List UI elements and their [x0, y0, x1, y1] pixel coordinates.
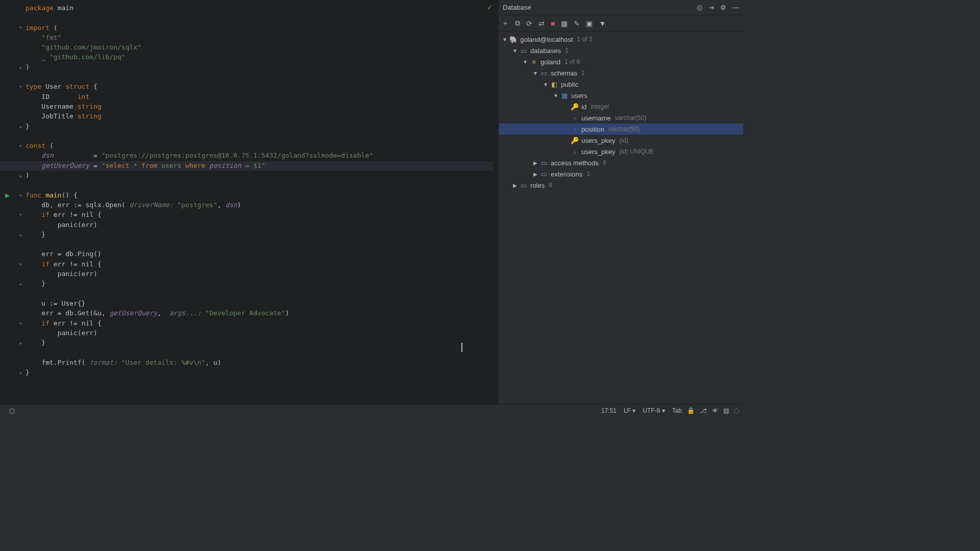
sync-icon[interactable]: ⇄: [538, 19, 545, 28]
status-line-sep[interactable]: LF ▾: [624, 407, 635, 414]
tree-access-methods[interactable]: ▶ ▭ access methods 6: [499, 157, 743, 168]
fold-icon[interactable]: ▴: [19, 338, 22, 348]
inspection-ok-icon: ✓: [487, 3, 493, 11]
tree-roles[interactable]: ▶ ▭ roles 9: [499, 180, 743, 191]
console-icon[interactable]: ▣: [586, 19, 593, 28]
duplicate-icon[interactable]: ⧉: [515, 19, 520, 28]
fold-icon[interactable]: ▴: [19, 230, 22, 240]
run-gutter-icon[interactable]: ▶: [5, 192, 10, 199]
collapse-icon[interactable]: ▶: [511, 183, 519, 188]
expand-icon[interactable]: ▼: [511, 48, 519, 54]
tree-column-position[interactable]: ▫ position varchar(50): [499, 123, 743, 135]
panel-title: Database: [503, 4, 691, 11]
database-panel-header: Database ◎ ⇥ ⚙ —: [499, 0, 743, 15]
text-cursor: [461, 343, 462, 352]
fold-icon[interactable]: ▾: [19, 260, 22, 269]
expand-icon[interactable]: ▼: [501, 37, 509, 42]
tree-index[interactable]: ⫰ users_pkey (id) UNIQUE: [499, 146, 743, 157]
status-bar: ▢ 17:51 LF ▾ UTF-8 ▾ Tab 🔒 ⎇ 👁 ▤ ◌: [0, 404, 743, 416]
fold-icon[interactable]: ▾: [19, 82, 22, 92]
postgres-icon: 🐘: [509, 36, 518, 43]
schema-icon: ◧: [550, 81, 559, 88]
tree-db-goland[interactable]: ▼ ≡ goland 1 of 6: [499, 56, 743, 67]
status-time[interactable]: 17:51: [601, 407, 617, 414]
filter-icon[interactable]: ▼: [599, 19, 606, 28]
fold-icon[interactable]: ▴: [19, 171, 22, 181]
inspection-icon[interactable]: 👁: [712, 407, 718, 414]
table-view-icon[interactable]: ▦: [561, 19, 568, 28]
fold-icon[interactable]: ▾: [19, 210, 22, 220]
database-tool-window: Database ◎ ⇥ ⚙ — ＋ ⧉ ⟳ ⇄ ■ ▦ ✎ ▣ ▼ ▼ 🐘 g…: [498, 0, 743, 404]
hide-icon[interactable]: —: [732, 4, 739, 11]
status-encoding[interactable]: UTF-8 ▾: [643, 407, 665, 414]
code-editor[interactable]: ✓ ▶ ▾ ▴ ▾ ▴ ▾ ▴ ▾ ▾ ▴ ▾ ▴ ▾ ▴ ▴ package …: [0, 0, 498, 404]
git-icon[interactable]: ⎇: [700, 407, 707, 414]
index-icon: ⫰: [570, 148, 579, 156]
collapse-icon[interactable]: ▶: [531, 160, 540, 166]
folder-icon: ▭: [540, 69, 549, 77]
locate-icon[interactable]: ◎: [697, 4, 702, 11]
tree-schema-public[interactable]: ▼ ◧ public: [499, 79, 743, 90]
tool-windows-icon[interactable]: ▢: [9, 407, 15, 414]
expand-icon[interactable]: ▼: [542, 82, 550, 87]
code-content[interactable]: package main import ( "fmt" "github.com/…: [26, 3, 373, 377]
tree-extensions[interactable]: ▶ ▭ extensions 1: [499, 168, 743, 180]
lock-icon[interactable]: 🔒: [687, 407, 695, 414]
expand-icon[interactable]: ▼: [531, 70, 540, 76]
fold-icon[interactable]: ▾: [19, 141, 22, 151]
tree-column-id[interactable]: 🔑 id integer: [499, 101, 743, 112]
fold-icon[interactable]: ▴: [19, 368, 22, 378]
pk-column-icon: 🔑: [570, 103, 579, 111]
fold-icon[interactable]: ▴: [19, 122, 22, 132]
collapse-icon[interactable]: ⇥: [708, 4, 714, 11]
tree-databases[interactable]: ▼ ▭ databases 1: [499, 45, 743, 56]
stop-icon[interactable]: ■: [551, 19, 555, 28]
fold-icon[interactable]: ▴: [19, 63, 22, 72]
expand-icon[interactable]: ▼: [552, 93, 560, 98]
tree-column-username[interactable]: ▫ username varchar(50): [499, 112, 743, 123]
notifications-icon[interactable]: ◌: [734, 407, 739, 414]
folder-icon: ▭: [540, 170, 549, 178]
tree-datasource[interactable]: ▼ 🐘 goland@localhost 1 of 2: [499, 34, 743, 45]
fold-icon[interactable]: ▾: [19, 319, 22, 329]
status-indent[interactable]: Tab: [672, 407, 682, 414]
folder-icon: ▭: [519, 47, 528, 55]
database-icon: ≡: [529, 58, 538, 66]
table-icon: ▦: [560, 92, 569, 99]
collapse-icon[interactable]: ▶: [531, 171, 540, 177]
tree-table-users[interactable]: ▼ ▦ users: [499, 90, 743, 101]
expand-icon[interactable]: ▼: [521, 59, 529, 65]
tree-pkey[interactable]: 🔑 users_pkey (id): [499, 135, 743, 146]
fold-icon[interactable]: ▴: [19, 279, 22, 289]
refresh-icon[interactable]: ⟳: [526, 19, 532, 28]
column-icon: ▫: [570, 114, 579, 122]
database-toolbar: ＋ ⧉ ⟳ ⇄ ■ ▦ ✎ ▣ ▼: [499, 15, 743, 32]
edit-icon[interactable]: ✎: [574, 19, 580, 28]
fold-icon[interactable]: ▾: [19, 191, 22, 201]
key-icon: 🔑: [570, 137, 579, 144]
folder-icon: ▭: [519, 182, 528, 189]
database-tree[interactable]: ▼ 🐘 goland@localhost 1 of 2 ▼ ▭ database…: [499, 32, 743, 404]
fold-icon[interactable]: ▾: [19, 23, 22, 33]
column-icon: ▫: [570, 126, 579, 133]
memory-icon[interactable]: ▤: [723, 407, 729, 414]
add-icon[interactable]: ＋: [502, 19, 509, 28]
folder-icon: ▭: [540, 159, 549, 167]
settings-icon[interactable]: ⚙: [720, 4, 726, 11]
tree-schemas[interactable]: ▼ ▭ schemas 1: [499, 67, 743, 79]
